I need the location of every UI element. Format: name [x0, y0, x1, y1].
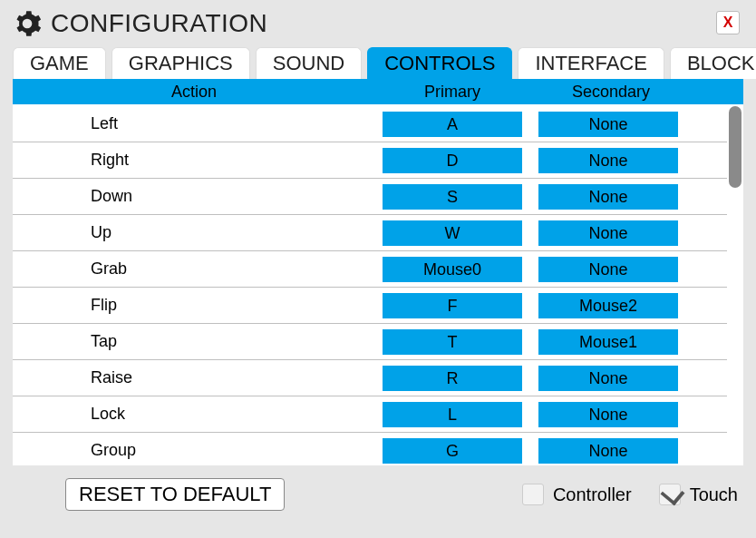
touch-checkbox[interactable]: Touch — [659, 484, 738, 505]
primary-key-button[interactable]: F — [383, 293, 522, 318]
binding-action: Right — [13, 151, 375, 170]
tab-controls[interactable]: CONTROLS — [367, 47, 512, 79]
binding-row: GroupGNone — [13, 433, 727, 465]
titlebar: CONFIGURATION X — [0, 0, 756, 44]
secondary-key-button[interactable]: None — [538, 148, 678, 173]
primary-key-button[interactable]: S — [383, 184, 522, 210]
primary-key-button[interactable]: W — [383, 220, 522, 246]
secondary-key-button[interactable]: None — [538, 257, 678, 282]
header-secondary: Secondary — [529, 79, 693, 104]
touch-label: Touch — [690, 484, 738, 505]
primary-key-button[interactable]: T — [383, 329, 522, 355]
primary-key-button[interactable]: L — [383, 402, 522, 427]
binding-row: LockLNone — [13, 396, 727, 433]
reset-to-default-button[interactable]: RESET TO DEFAULT — [65, 478, 285, 511]
page-title: CONFIGURATION — [51, 9, 267, 38]
secondary-key-button[interactable]: None — [538, 184, 678, 210]
close-button[interactable]: X — [716, 11, 740, 34]
secondary-key-button[interactable]: None — [538, 402, 678, 427]
primary-key-button[interactable]: A — [383, 112, 522, 137]
binding-row: DownSNone — [13, 179, 727, 215]
controller-checkbox[interactable]: Controller — [522, 484, 632, 505]
primary-key-button[interactable]: Mouse0 — [383, 257, 522, 282]
header-action: Action — [13, 79, 375, 104]
binding-action: Lock — [13, 405, 375, 424]
header-primary: Primary — [375, 79, 529, 104]
binding-action: Grab — [13, 259, 375, 279]
binding-action: Up — [13, 223, 375, 242]
scrollbar-thumb[interactable] — [729, 106, 741, 188]
secondary-key-button[interactable]: None — [538, 366, 678, 391]
gear-icon — [13, 9, 42, 38]
primary-key-button[interactable]: G — [383, 438, 522, 464]
tab-sound[interactable]: SOUND — [256, 47, 362, 79]
binding-action: Raise — [13, 368, 375, 387]
bindings-scrollarea: LeftANoneRightDNoneDownSNoneUpWNoneGrabM… — [13, 104, 743, 465]
tab-graphics[interactable]: GRAPHICS — [111, 47, 250, 79]
binding-row: LeftANone — [13, 106, 727, 142]
binding-row: RightDNone — [13, 142, 727, 179]
binding-action: Left — [13, 114, 375, 133]
binding-action: Flip — [13, 296, 375, 315]
footer: RESET TO DEFAULT Controller Touch — [0, 465, 756, 511]
tabs: GAMEGRAPHICSSOUNDCONTROLSINTERFACEBLOCKE… — [0, 47, 756, 79]
secondary-key-button[interactable]: Mouse2 — [538, 293, 678, 318]
secondary-key-button[interactable]: None — [538, 112, 678, 137]
controller-label: Controller — [553, 484, 632, 505]
primary-key-button[interactable]: R — [383, 366, 522, 391]
tab-interface[interactable]: INTERFACE — [518, 47, 664, 79]
binding-row: TapTMouse1 — [13, 324, 727, 360]
binding-row: GrabMouse0None — [13, 251, 727, 288]
secondary-key-button[interactable]: None — [538, 438, 678, 464]
binding-action: Down — [13, 187, 375, 206]
binding-row: UpWNone — [13, 215, 727, 251]
table-header: Action Primary Secondary — [13, 79, 743, 104]
binding-action: Tap — [13, 332, 375, 351]
binding-row: FlipFMouse2 — [13, 288, 727, 324]
tab-blocked[interactable]: BLOCKED — [670, 47, 756, 79]
tab-game[interactable]: GAME — [13, 47, 106, 79]
secondary-key-button[interactable]: Mouse1 — [538, 329, 678, 355]
primary-key-button[interactable]: D — [383, 148, 522, 173]
bindings-list: LeftANoneRightDNoneDownSNoneUpWNoneGrabM… — [13, 104, 727, 465]
checkbox-box — [522, 484, 544, 505]
checkbox-box — [659, 484, 681, 505]
binding-action: Group — [13, 441, 375, 460]
scrollbar[interactable] — [727, 104, 743, 465]
secondary-key-button[interactable]: None — [538, 220, 678, 246]
binding-row: RaiseRNone — [13, 360, 727, 396]
